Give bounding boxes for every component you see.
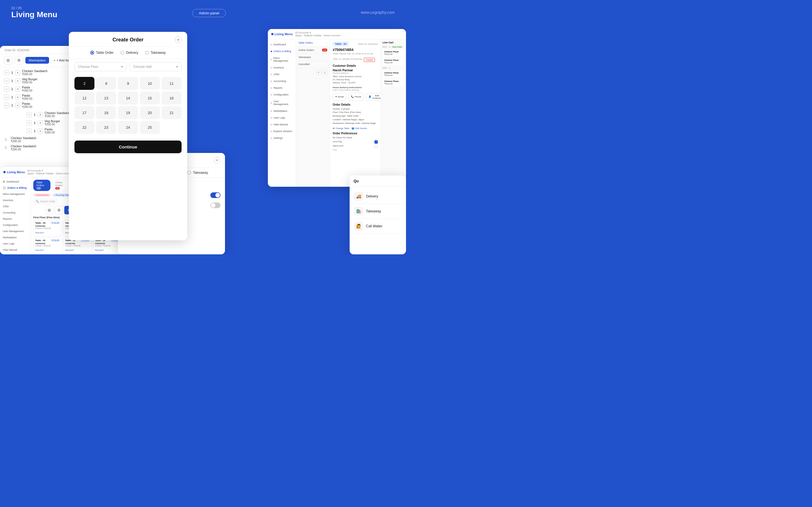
change-table-button[interactable]: ⇄ Change Table: [333, 127, 349, 129]
takeaway-option[interactable]: Takeaway: [145, 51, 165, 55]
qty-decrease-btn[interactable]: −: [4, 87, 9, 92]
quick-delivery[interactable]: 🚚 Delivery: [352, 189, 404, 204]
sidebar-item-config-2[interactable]: Configuration: [0, 222, 31, 228]
sidebar-item-orders[interactable]: Orders & Billing: [268, 48, 296, 55]
qty-decrease-btn[interactable]: −: [27, 128, 32, 133]
table-cell-2[interactable]: 2: [74, 77, 94, 90]
email-button[interactable]: ✉ Email: [333, 93, 346, 101]
phone-button[interactable]: 📞 Phone: [349, 93, 364, 101]
quick-call-waiter[interactable]: 🙋 Call Waiter: [352, 219, 404, 234]
qty-increase-btn[interactable]: +: [15, 103, 20, 108]
prev-btn[interactable]: ‹: [316, 69, 321, 75]
pref-takeaway-radio[interactable]: [187, 171, 191, 175]
table-cell-15[interactable]: 15: [140, 92, 160, 105]
print-kot-03[interactable]: Print KOT: [35, 232, 44, 234]
delivery-option[interactable]: Delivery: [120, 51, 138, 55]
sidebar-item-marketplace-2[interactable]: Marketplace: [0, 234, 31, 240]
qty-decrease-btn[interactable]: −: [27, 112, 32, 117]
tab-table-orders[interactable]: Table Orders •: [296, 40, 329, 47]
sidebar-item-accounting[interactable]: Accounting: [268, 78, 296, 84]
table-cell-19[interactable]: 19: [118, 106, 138, 119]
print-kot-10[interactable]: Print KOT: [65, 249, 74, 251]
table-cell-13[interactable]: 13: [96, 92, 116, 105]
table-cell-17[interactable]: 17: [74, 106, 94, 119]
takeaway-radio[interactable]: [145, 51, 149, 55]
sidebar-item-explore-2[interactable]: Explore Vendors: [0, 253, 31, 255]
print-kot-16[interactable]: Print KOT: [95, 249, 104, 251]
sidebar-item-config[interactable]: Configuration: [268, 91, 296, 98]
table-cell-8[interactable]: 8: [96, 77, 116, 90]
tab-takeaways[interactable]: Takeaways: [296, 54, 329, 61]
qty-increase-btn[interactable]: +: [15, 95, 20, 100]
table-cell-10[interactable]: 10: [140, 77, 160, 90]
quick-takeaway[interactable]: 🛍️ Takeaway: [352, 204, 404, 219]
delivery-radio[interactable]: [120, 51, 124, 55]
grid-view-btn[interactable]: ⊞: [45, 206, 54, 214]
preferences-close-button[interactable]: ×: [214, 157, 220, 164]
continue-button[interactable]: Continue: [74, 140, 182, 153]
sidebar-item-user-management[interactable]: User Management: [268, 98, 296, 108]
table-cell-16[interactable]: 16: [161, 92, 182, 105]
pref-takeaway[interactable]: Takeaway: [187, 171, 208, 175]
qty-increase-btn[interactable]: +: [15, 78, 20, 83]
table-order-radio[interactable]: [90, 51, 94, 55]
qty-increase-btn[interactable]: +: [38, 120, 43, 125]
next-btn[interactable]: ›: [322, 69, 327, 75]
sidebar-item-dashboard[interactable]: Dashboard: [268, 41, 296, 48]
qty-decrease-btn[interactable]: −: [4, 70, 9, 75]
table-cell-14[interactable]: 14: [118, 92, 138, 105]
print-kot-01[interactable]: Print KOT: [35, 249, 44, 251]
tab-table-orders-2[interactable]: Table Orders 22: [33, 180, 50, 191]
search-order-input[interactable]: 🔍 Search Order: [33, 199, 58, 204]
table-cell-21[interactable]: 21: [161, 106, 182, 119]
table-cell-23[interactable]: 23: [96, 121, 116, 134]
edit-guests-button[interactable]: 👥 Edit Guests: [352, 127, 367, 129]
less-oily-toggle[interactable]: [210, 192, 220, 198]
sidebar-item-orders-2[interactable]: 📋 Orders & Billing: [0, 185, 31, 191]
sidebar-item-dashboard-2[interactable]: ⊞ Dashboard: [0, 179, 31, 185]
sidebar-item-menu-management[interactable]: Menu Management: [268, 55, 296, 64]
sidebar-item-explore-vendors[interactable]: Explore Vendors: [268, 128, 296, 135]
qty-increase-btn[interactable]: +: [15, 70, 20, 75]
checkbox-less-oily[interactable]: ✓: [374, 140, 378, 144]
sidebar-item-help-2[interactable]: Help Manual: [0, 247, 31, 253]
table-cell-25[interactable]: 25: [140, 121, 160, 134]
sidebar-item-reports-2[interactable]: Reports: [0, 216, 31, 222]
sidebar-item-help[interactable]: Help Manual: [268, 121, 296, 128]
sidebar-item-menu-2[interactable]: Menu Management: [0, 191, 31, 197]
sidebar-item-user-logs[interactable]: User Logs: [268, 114, 296, 121]
settings-icon-btn[interactable]: ⚙: [15, 56, 23, 64]
qty-increase-btn[interactable]: +: [38, 128, 43, 133]
sidebar-item-reports[interactable]: Reports: [268, 84, 296, 91]
qty-decrease-btn[interactable]: −: [27, 120, 32, 125]
sidebar-item-crm[interactable]: CRM: [268, 71, 296, 78]
table-card-03[interactable]: Table - 03 ⏱ 21:25 #2342442 4 Items • ₹3…: [33, 220, 62, 236]
sidebar-item-inventory-2[interactable]: Inventory: [0, 197, 31, 203]
sidebar-item-usermgmt-2[interactable]: User Management: [0, 228, 31, 234]
qty-decrease-btn[interactable]: −: [4, 95, 9, 100]
table-cell-24[interactable]: 24: [118, 121, 138, 134]
table-cell-9[interactable]: 9: [118, 77, 138, 90]
table-cell-22[interactable]: 22: [74, 121, 94, 134]
settings-btn[interactable]: ⚙: [55, 206, 63, 214]
qty-decrease-btn[interactable]: −: [4, 78, 9, 83]
floor-dropdown[interactable]: Choose Floor ▾: [74, 62, 126, 71]
table-cell-18[interactable]: 18: [96, 106, 116, 119]
sidebar-item-settings[interactable]: Settings: [268, 135, 296, 142]
table-cell-12[interactable]: 12: [74, 92, 94, 105]
sidebar-item-accounting-2[interactable]: Accounting: [0, 210, 31, 216]
sidebar-item-inventory[interactable]: Inventory: [268, 64, 296, 71]
checkbox-spicy[interactable]: [374, 145, 378, 148]
edit-customer-button[interactable]: 👤 Edit Customer: [366, 93, 380, 101]
sidebar-item-marketplace[interactable]: Marketplace: [268, 108, 296, 114]
modal-close-button[interactable]: ×: [175, 36, 182, 43]
table-card-01[interactable]: Table - 01 ⏱ 21:25 #2342442 4 Items • ₹3…: [33, 237, 62, 254]
tab-cancelled[interactable]: Cancelled: [296, 61, 329, 68]
sidebar-item-userlogs-2[interactable]: User Logs: [0, 240, 31, 247]
table-cell-20[interactable]: 20: [140, 106, 160, 119]
qty-decrease-btn[interactable]: −: [4, 103, 9, 108]
hall-dropdown[interactable]: Choose Hall ▾: [130, 62, 182, 71]
spice-toggle[interactable]: [210, 203, 220, 208]
table-order-option[interactable]: Table Order: [90, 51, 114, 55]
tab-online-orders[interactable]: Online Orders 12: [296, 47, 329, 54]
